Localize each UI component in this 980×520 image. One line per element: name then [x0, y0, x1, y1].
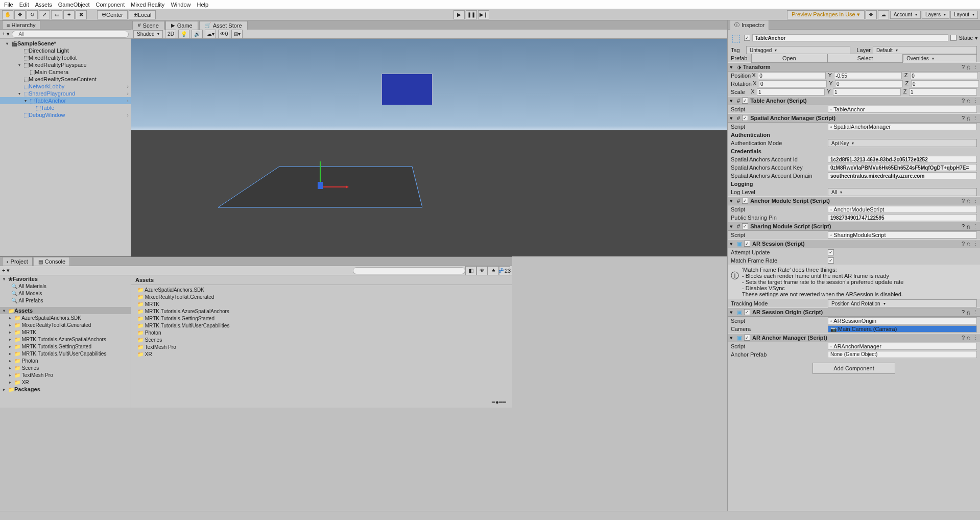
- create-dropdown[interactable]: + ▾: [2, 31, 10, 37]
- project-search[interactable]: [353, 267, 465, 274]
- folder-item[interactable]: ▸📁 MRTK.Tutorials.AzureSpatialAnchors: [0, 336, 131, 343]
- table-anchor-header[interactable]: Table Anchor (Script): [750, 98, 960, 104]
- folder-item[interactable]: ▸📁 MRTK.Tutorials.GettingStarted: [0, 343, 131, 350]
- enable-checkbox[interactable]: ✓: [742, 223, 748, 229]
- layout-dropdown[interactable]: Layout: [950, 11, 978, 19]
- hierarchy-item[interactable]: ▾⬚ MixedRealityPlayspace: [0, 61, 131, 68]
- menu-mixedreality[interactable]: Mixed Reality: [131, 2, 164, 8]
- asset-store-tab[interactable]: 🛒 Asset Store: [199, 21, 248, 30]
- tracking-mode-dropdown[interactable]: Position And Rotation: [828, 299, 977, 308]
- enable-checkbox[interactable]: ✓: [744, 241, 750, 247]
- rot-y[interactable]: [835, 80, 903, 87]
- scl-x[interactable]: [757, 88, 825, 96]
- hierarchy-item[interactable]: ⬚ Main Camera: [0, 68, 131, 76]
- thumbnail-slider[interactable]: ━●━━: [492, 399, 506, 406]
- acct-key-field[interactable]: [828, 164, 977, 171]
- pos-y[interactable]: [834, 72, 902, 79]
- ar-session-header[interactable]: AR Session (Script): [752, 241, 960, 247]
- pivot-toggle[interactable]: ⊕ Center: [97, 10, 128, 19]
- spatial-mgr-header[interactable]: Spatial Anchor Manager (Script): [750, 115, 960, 121]
- menu-icon[interactable]: ⋮: [972, 64, 978, 70]
- script-field[interactable]: ▫ AnchorModuleScript: [828, 206, 977, 213]
- filter-icon[interactable]: ◧: [465, 266, 476, 275]
- layer-dropdown[interactable]: Default: [873, 46, 977, 54]
- play-button[interactable]: ▶: [453, 10, 465, 19]
- asset-item[interactable]: 📁 Photon: [131, 329, 512, 336]
- hierarchy-item[interactable]: ▾⬚ SharedPlayground›: [0, 90, 131, 97]
- folder-item[interactable]: ▸📁 AzureSpatialAnchors.SDK: [0, 314, 131, 321]
- preview-packages-button[interactable]: Preview Packages in Use ▾: [787, 10, 865, 19]
- scene-tab[interactable]: # Scene: [132, 21, 164, 30]
- favorite-item[interactable]: 🔍 All Prefabs: [0, 297, 131, 304]
- prefab-select-button[interactable]: Select: [827, 54, 903, 63]
- pin-field[interactable]: [828, 214, 977, 221]
- prefab-open-button[interactable]: Open: [751, 54, 827, 63]
- anchor-module-header[interactable]: Anchor Module Script (Script): [750, 198, 960, 204]
- rot-z[interactable]: [911, 80, 979, 87]
- scene-row[interactable]: ▾🎬 SampleScene*: [0, 40, 131, 47]
- help-icon[interactable]: ?: [962, 64, 965, 70]
- custom-tool-button[interactable]: ✖: [76, 10, 87, 19]
- folder-item[interactable]: ▸📁 Photon: [0, 357, 131, 364]
- project-tab[interactable]: ▪ Project: [2, 257, 33, 266]
- acct-dom-field[interactable]: [828, 172, 977, 179]
- hierarchy-search[interactable]: [12, 31, 129, 38]
- scl-y[interactable]: [833, 88, 901, 96]
- fx-toggle[interactable]: ☁▾: [205, 30, 216, 39]
- sharing-module-header[interactable]: Sharing Module Script (Script): [750, 223, 960, 229]
- script-field[interactable]: ▫ TableAnchor: [828, 106, 977, 113]
- script-field[interactable]: ▫ ARSessionOrigin: [828, 317, 977, 324]
- asset-item[interactable]: 📁 XR: [131, 350, 512, 358]
- console-tab[interactable]: ▤ Console: [34, 257, 70, 266]
- anchor-prefab-field[interactable]: None (Game Object): [828, 351, 977, 358]
- menu-window[interactable]: Window: [171, 2, 190, 8]
- rect-tool-button[interactable]: ▭: [51, 10, 62, 19]
- enable-checkbox[interactable]: ✓: [742, 198, 748, 204]
- asset-item[interactable]: 📁 Scenes: [131, 336, 512, 343]
- visibility-icon[interactable]: 👁: [476, 266, 488, 275]
- favorite-icon[interactable]: ★: [488, 266, 499, 275]
- inspector-tab[interactable]: ⓘ Inspector: [730, 20, 769, 30]
- hierarchy-item[interactable]: ⬚ MixedRealitySceneContent: [0, 76, 131, 83]
- menu-file[interactable]: File: [4, 2, 13, 8]
- hierarchy-item[interactable]: ⬚ Directional Light: [0, 47, 131, 54]
- scene-object-panel[interactable]: [381, 74, 433, 105]
- scale-tool-button[interactable]: ⤢: [39, 10, 50, 19]
- static-checkbox[interactable]: [950, 35, 957, 41]
- add-component-button[interactable]: Add Component: [812, 363, 895, 374]
- audio-toggle[interactable]: 🔊: [192, 30, 203, 39]
- ar-anchor-mgr-header[interactable]: AR Anchor Manager (Script): [752, 335, 960, 341]
- hierarchy-item[interactable]: ⬚ NetworkLobby›: [0, 83, 131, 90]
- script-field[interactable]: ▫ SpatialAnchorManager: [828, 123, 977, 130]
- tag-dropdown[interactable]: Untagged: [746, 46, 850, 54]
- cloud-icon[interactable]: ☁: [878, 10, 889, 19]
- hierarchy-item[interactable]: ▾⬚ TableAnchor›: [0, 97, 131, 104]
- preset-icon[interactable]: ⎌: [967, 64, 970, 70]
- log-level-dropdown[interactable]: All: [828, 188, 977, 196]
- enable-checkbox[interactable]: ✓: [742, 115, 748, 121]
- asset-item[interactable]: 📁 AzureSpatialAnchors.SDK: [131, 286, 512, 293]
- asset-item[interactable]: 📁 MRTK.Tutorials.AzureSpatialAnchors: [131, 308, 512, 315]
- pause-button[interactable]: ❚❚: [466, 10, 477, 19]
- step-button[interactable]: ▶❙: [478, 10, 489, 19]
- pos-z[interactable]: [910, 72, 978, 79]
- game-tab[interactable]: ▶ Game: [165, 21, 198, 30]
- folder-item[interactable]: ▸📁 Scenes: [0, 364, 131, 371]
- project-create[interactable]: + ▾: [2, 267, 10, 274]
- grid-toggle[interactable]: ⊞▾: [231, 30, 243, 39]
- active-checkbox[interactable]: ✓: [744, 35, 750, 41]
- script-field[interactable]: ▫ SharingModuleScript: [828, 231, 977, 239]
- asset-item[interactable]: 📁 TextMesh Pro: [131, 343, 512, 350]
- lighting-toggle[interactable]: 💡: [178, 30, 189, 39]
- hidden-count[interactable]: 💤23: [499, 266, 510, 275]
- folder-item[interactable]: ▸📁 XR: [0, 379, 131, 386]
- hierarchy-item[interactable]: ⬚ Table: [0, 104, 131, 111]
- enable-checkbox[interactable]: ✓: [744, 309, 750, 315]
- folder-item[interactable]: ▸📁 TextMesh Pro: [0, 371, 131, 379]
- layers-dropdown[interactable]: Layers: [922, 11, 949, 19]
- acct-id-field[interactable]: [828, 156, 977, 163]
- assets-breadcrumb[interactable]: Assets: [131, 275, 512, 285]
- mode-2d-toggle[interactable]: 2D: [165, 30, 176, 39]
- packages-folder[interactable]: ▸📁 Packages: [0, 386, 131, 393]
- hierarchy-item[interactable]: ⬚ MixedRealityToolkit: [0, 54, 131, 61]
